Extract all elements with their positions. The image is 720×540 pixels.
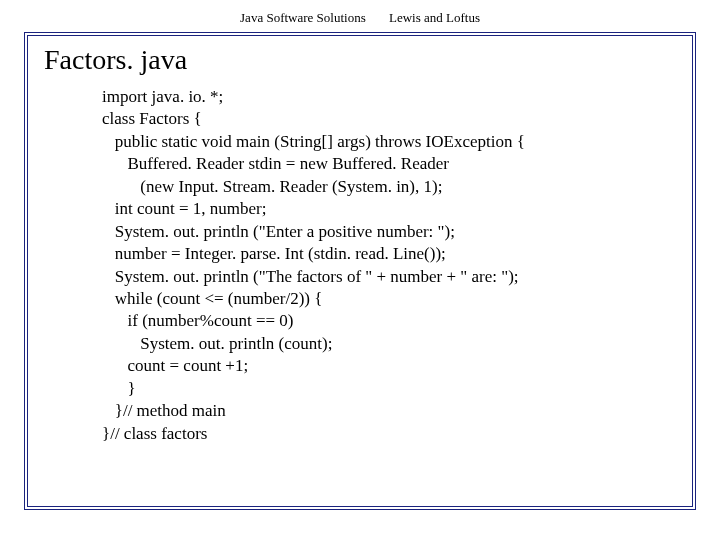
code-line: System. out. println ("Enter a positive … [102, 222, 455, 241]
code-line: } [102, 379, 136, 398]
page-header: Java Software Solutions Lewis and Loftus [0, 0, 720, 32]
code-line: while (count <= (number/2)) { [102, 289, 322, 308]
code-line: import java. io. *; [102, 87, 223, 106]
code-line: public static void main (String[] args) … [102, 132, 525, 151]
code-line: }// class factors [102, 424, 207, 443]
header-right: Lewis and Loftus [389, 10, 480, 25]
slide-title: Factors. java [44, 44, 678, 76]
code-line: System. out. println ("The factors of " … [102, 267, 519, 286]
header-left: Java Software Solutions [240, 10, 366, 25]
code-block: import java. io. *; class Factors { publ… [102, 86, 678, 445]
code-line: int count = 1, number; [102, 199, 266, 218]
code-line: number = Integer. parse. Int (stdin. rea… [102, 244, 446, 263]
code-line: (new Input. Stream. Reader (System. in),… [102, 177, 442, 196]
code-line: if (number%count == 0) [102, 311, 294, 330]
code-line: count = count +1; [102, 356, 248, 375]
slide-frame: Factors. java import java. io. *; class … [24, 32, 696, 510]
code-line: class Factors { [102, 109, 202, 128]
code-line: }// method main [102, 401, 226, 420]
code-line: Buffered. Reader stdin = new Buffered. R… [102, 154, 449, 173]
code-line: System. out. println (count); [102, 334, 332, 353]
